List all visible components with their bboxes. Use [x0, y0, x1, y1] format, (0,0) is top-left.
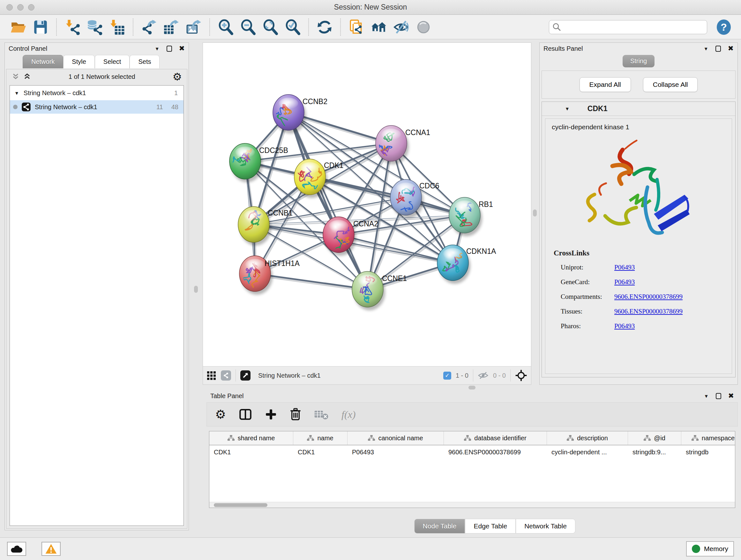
column-header-description[interactable]: description: [547, 431, 628, 445]
network-collection-row[interactable]: ▼ String Network – cdk1 1: [10, 85, 184, 100]
share-glyph-icon: [222, 372, 229, 379]
results-close-icon[interactable]: ✖: [728, 45, 734, 52]
import-table-file-button[interactable]: [106, 17, 128, 37]
fx-icon: f(x): [341, 409, 355, 421]
network-node-CDKN1A[interactable]: CDKN1A: [437, 245, 496, 284]
crosslink-row: Tissues: 9606.ENSP00000378699: [554, 304, 732, 319]
tab-node-table[interactable]: Node Table: [414, 519, 465, 534]
results-panel: Results Panel ▼ ✖ String Expand All Coll…: [539, 43, 738, 385]
panel-close-icon[interactable]: ✖: [179, 45, 185, 52]
export-table-button[interactable]: [160, 17, 183, 37]
help-button[interactable]: ?: [716, 19, 732, 36]
crosslink-link[interactable]: P06493: [614, 278, 635, 286]
tab-edge-table[interactable]: Edge Table: [465, 519, 516, 534]
table-menu-icon[interactable]: ▼: [704, 394, 709, 398]
zoom-out-button[interactable]: [237, 17, 259, 37]
tab-string[interactable]: String: [623, 55, 655, 67]
column-header-label: database identifier: [474, 435, 526, 442]
panel-float-icon[interactable]: [166, 46, 172, 52]
crosslink-row: GeneCard: P06493: [554, 274, 732, 289]
column-header-namespace[interactable]: namespace: [681, 431, 735, 445]
table-row[interactable]: CDK1CDK1P064939606.ENSP00000378699cyclin…: [209, 445, 735, 459]
main-toolbar: ?: [0, 15, 741, 39]
expand-all-button[interactable]: Expand All: [580, 77, 631, 92]
hide-glass-button[interactable]: [390, 17, 412, 37]
search-input[interactable]: [564, 21, 704, 33]
window-zoom-button[interactable]: [28, 4, 35, 10]
tab-style[interactable]: Style: [63, 55, 94, 68]
warnings-button[interactable]: [42, 542, 61, 556]
expand-all-chevron-icon[interactable]: [11, 72, 20, 81]
table-float-icon[interactable]: [716, 393, 721, 399]
network-edge-CCNB2-CCNE1[interactable]: [288, 112, 367, 289]
save-session-button[interactable]: [29, 17, 52, 37]
string-home-button[interactable]: [367, 17, 390, 37]
crosslink-link[interactable]: 9606.ENSP00000378699: [614, 293, 683, 301]
table-close-icon[interactable]: ✖: [728, 392, 734, 399]
network-canvas[interactable]: CCNB2CCNA1CDC25BCDK1CDC6RB1CCNB1CCNA2CDK…: [203, 43, 531, 366]
table-settings-button[interactable]: ⚙: [215, 408, 226, 421]
collection-expand-icon[interactable]: ▼: [14, 91, 19, 96]
show-glass-button[interactable]: [412, 17, 434, 37]
network-node-RB1[interactable]: RB1: [449, 196, 493, 236]
network-view-mode-icon[interactable]: [221, 370, 231, 381]
network-node-CCNB2[interactable]: CCNB2: [272, 95, 327, 133]
column-header-label: @id: [654, 435, 665, 442]
results-menu-icon[interactable]: ▼: [704, 46, 709, 51]
window-close-button[interactable]: [6, 4, 13, 10]
collapse-all-chevron-icon[interactable]: [23, 72, 31, 81]
fit-selected-crosshair-icon[interactable]: [515, 369, 527, 381]
network-row-selected[interactable]: String Network – cdk1 11 48: [10, 100, 184, 114]
right-splitter-handle[interactable]: [533, 209, 537, 216]
clone-network-button[interactable]: [345, 17, 367, 37]
apply-layout-button[interactable]: [313, 17, 336, 37]
gene-collapse-icon[interactable]: ▼: [565, 106, 569, 111]
export-image-button[interactable]: [183, 17, 205, 37]
import-network-file-button[interactable]: [61, 17, 84, 37]
bottom-splitter-handle[interactable]: [468, 386, 475, 389]
tab-network[interactable]: Network: [23, 55, 63, 68]
column-header-sharedname[interactable]: shared name: [209, 431, 293, 445]
delete-column-button[interactable]: [290, 408, 301, 421]
network-node-HIST1H1A[interactable]: HIST1H1A: [239, 256, 300, 295]
crosslink-link[interactable]: 9606.ENSP00000378699: [614, 307, 683, 315]
crosslink-link[interactable]: P06493: [614, 322, 635, 330]
column-header-databaseidentifier[interactable]: database identifier: [444, 431, 547, 445]
memory-button[interactable]: Memory: [686, 541, 734, 557]
left-splitter-handle[interactable]: [194, 286, 198, 293]
gene-header-row[interactable]: ▼ CDK1: [542, 102, 735, 116]
network-node-CCNA1[interactable]: CCNA1: [376, 125, 430, 165]
delete-table-button[interactable]: [314, 409, 329, 420]
tab-select[interactable]: Select: [95, 55, 130, 68]
search-field[interactable]: [549, 20, 707, 34]
function-builder-button[interactable]: f(x): [341, 409, 355, 421]
open-session-button[interactable]: [7, 17, 29, 37]
network-node-CCNA2[interactable]: CCNA2: [323, 217, 378, 256]
zoom-in-button[interactable]: [214, 17, 237, 37]
grid-view-icon[interactable]: [207, 371, 216, 380]
table-horizontal-scrollbar[interactable]: [209, 502, 735, 508]
show-columns-button[interactable]: [239, 408, 252, 421]
column-header-canonicalname[interactable]: canonical name: [347, 431, 444, 445]
window-minimize-button[interactable]: [17, 4, 23, 10]
column-header-name[interactable]: name: [293, 431, 347, 445]
network-options-gear-icon[interactable]: ⚙: [172, 71, 182, 82]
create-column-button[interactable]: [265, 408, 277, 421]
zoom-fit-button[interactable]: [259, 17, 281, 37]
cloud-status-button[interactable]: [7, 542, 26, 556]
collapse-all-button[interactable]: Collapse All: [643, 77, 698, 92]
birds-eye-view-icon[interactable]: [240, 370, 251, 381]
tab-sets[interactable]: Sets: [130, 55, 159, 68]
import-network-database-button[interactable]: [84, 17, 106, 37]
results-float-icon[interactable]: [716, 46, 721, 52]
network-node-CCNE1[interactable]: CCNE1: [352, 271, 407, 310]
zoom-selected-button[interactable]: [281, 17, 304, 37]
network-node-label: CCNE1: [382, 274, 407, 283]
tab-network-table[interactable]: Network Table: [516, 519, 576, 534]
crosslink-link[interactable]: P06493: [614, 263, 635, 271]
selected-items-checkbox-icon[interactable]: ✓: [443, 372, 451, 380]
network-node-CDC6[interactable]: CDC6: [390, 179, 440, 219]
export-network-button[interactable]: [138, 17, 160, 37]
column-header-id[interactable]: @id: [628, 431, 681, 445]
panel-menu-icon[interactable]: ▼: [155, 46, 159, 51]
